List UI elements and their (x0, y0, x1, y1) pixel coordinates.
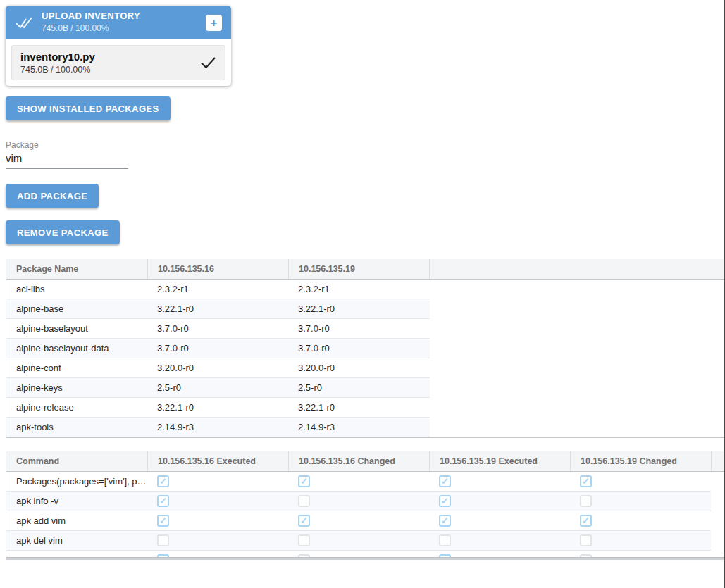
checkbox-checked[interactable] (439, 515, 451, 527)
uploaded-file-item[interactable]: inventory10.py 745.0B / 100.00% (11, 45, 225, 80)
package-row: apk-tools2.14.9-r32.14.9-r3 (6, 418, 430, 437)
package-row: alpine-release3.22.1-r03.22.1-r0 (6, 398, 430, 418)
cell: 3.22.1-r0 (288, 402, 429, 413)
cell: 2.14.9-r3 (147, 422, 288, 432)
package-row: alpine-conf3.20.0-r03.20.0-r0 (6, 358, 430, 378)
cell: 2.3.2-r1 (147, 284, 288, 294)
package-field-label: Package (6, 140, 39, 150)
double-check-icon (15, 15, 33, 30)
cell (147, 534, 288, 546)
column-header: 10.156.135.19 (288, 259, 429, 279)
cell: acl-libs (6, 284, 147, 294)
command-row: apk add vim (6, 511, 711, 531)
add-file-button[interactable]: + (206, 15, 222, 31)
cell (429, 515, 570, 527)
page: UPLOAD INVENTORY 745.0B / 100.00% + inve… (0, 0, 725, 588)
column-header (429, 259, 724, 279)
checkbox-unchecked[interactable] (298, 495, 310, 507)
command-row: apk info -v (6, 551, 711, 557)
package-row: acl-libs2.3.2-r12.3.2-r1 (6, 280, 430, 299)
column-header: Package Name (6, 259, 147, 279)
file-progress: 745.0B / 100.00% (20, 65, 95, 75)
cell (288, 534, 429, 546)
cell: 3.22.1-r0 (147, 304, 288, 314)
package-row: alpine-baselayout3.7.0-r03.7.0-r0 (6, 319, 430, 339)
add-package-button[interactable]: ADD PACKAGE (6, 184, 99, 208)
packages-table-header: Package Name10.156.135.1610.156.135.19 (6, 259, 724, 280)
cell (147, 515, 288, 527)
upload-title: UPLOAD INVENTORY (42, 11, 140, 22)
package-row: alpine-base3.22.1-r03.22.1-r0 (6, 299, 430, 319)
horizontal-scrollbar[interactable] (6, 557, 724, 560)
cell: 3.7.0-r0 (147, 343, 288, 354)
checkbox-unchecked[interactable] (439, 534, 451, 546)
upload-inventory-card: UPLOAD INVENTORY 745.0B / 100.00% + inve… (6, 6, 231, 86)
cell: alpine-base (6, 304, 147, 314)
cell (147, 495, 288, 507)
cell (147, 475, 288, 487)
cell: 3.20.0-r0 (288, 363, 429, 373)
checkbox-unchecked[interactable] (580, 495, 592, 507)
cell: alpine-keys (6, 382, 147, 393)
column-header: 10.156.135.16 Changed (288, 451, 429, 471)
cell: 2.14.9-r3 (288, 422, 429, 432)
command-row: Packages(packages=['vim'], pre… (6, 472, 711, 492)
cell: alpine-conf (6, 363, 147, 373)
show-installed-packages-button[interactable]: SHOW INSTALLED PACKAGES (6, 96, 171, 120)
package-row: alpine-keys2.5-r02.5-r0 (6, 378, 430, 398)
checkbox-unchecked[interactable] (157, 534, 169, 546)
packages-table-body: acl-libs2.3.2-r12.3.2-r1alpine-base3.22.… (6, 280, 724, 437)
checkbox-checked[interactable] (157, 495, 169, 507)
cell (570, 515, 711, 527)
cell (429, 475, 570, 487)
cell: 3.7.0-r0 (288, 343, 429, 354)
cell: 3.20.0-r0 (147, 363, 288, 373)
upload-progress: 745.0B / 100.00% (42, 24, 140, 34)
cell: 3.22.1-r0 (288, 304, 429, 314)
command-cell: apk del vim (6, 535, 147, 546)
cell (288, 515, 429, 527)
cell: 3.22.1-r0 (147, 402, 288, 413)
check-icon (200, 56, 216, 69)
package-row: alpine-baselayout-data3.7.0-r03.7.0-r0 (6, 339, 430, 358)
cell: alpine-baselayout (6, 323, 147, 334)
checkbox-checked[interactable] (157, 475, 169, 487)
command-row: apk info -v (6, 492, 711, 511)
cell: 2.3.2-r1 (288, 284, 429, 294)
column-header: 10.156.135.19 Executed (429, 451, 570, 471)
column-header (711, 451, 724, 471)
checkbox-checked[interactable] (439, 495, 451, 507)
cell: 2.5-r0 (288, 382, 429, 393)
cell (288, 495, 429, 507)
cell: alpine-release (6, 402, 147, 413)
checkbox-checked[interactable] (298, 475, 310, 487)
column-header: 10.156.135.16 Executed (147, 451, 288, 471)
command-cell: Packages(packages=['vim'], pre… (6, 476, 147, 487)
remove-package-button[interactable]: REMOVE PACKAGE (6, 220, 120, 244)
cell: alpine-baselayout-data (6, 343, 147, 354)
column-header: 10.156.135.16 (147, 259, 288, 279)
command-cell: apk info -v (6, 496, 147, 506)
checkbox-checked[interactable] (580, 515, 592, 527)
cell (429, 495, 570, 507)
cell (429, 534, 570, 546)
checkbox-checked[interactable] (298, 515, 310, 527)
file-name: inventory10.py (20, 51, 95, 63)
cell (570, 495, 711, 507)
checkbox-unchecked[interactable] (298, 534, 310, 546)
cell: 2.5-r0 (147, 382, 288, 393)
checkbox-unchecked[interactable] (580, 534, 592, 546)
cell (570, 534, 711, 546)
plus-icon: + (211, 16, 218, 30)
column-header: 10.156.135.19 Changed (570, 451, 711, 471)
commands-table-body: Packages(packages=['vim'], pre…apk info … (6, 472, 724, 557)
checkbox-checked[interactable] (580, 475, 592, 487)
commands-table-header: Command10.156.135.16 Executed10.156.135.… (6, 451, 724, 472)
package-input[interactable] (6, 151, 128, 169)
checkbox-checked[interactable] (439, 475, 451, 487)
command-row: apk del vim (6, 531, 711, 551)
upload-card-header: UPLOAD INVENTORY 745.0B / 100.00% + (6, 6, 231, 39)
cell: 3.7.0-r0 (147, 323, 288, 334)
checkbox-checked[interactable] (157, 515, 169, 527)
cell: apk-tools (6, 422, 147, 432)
